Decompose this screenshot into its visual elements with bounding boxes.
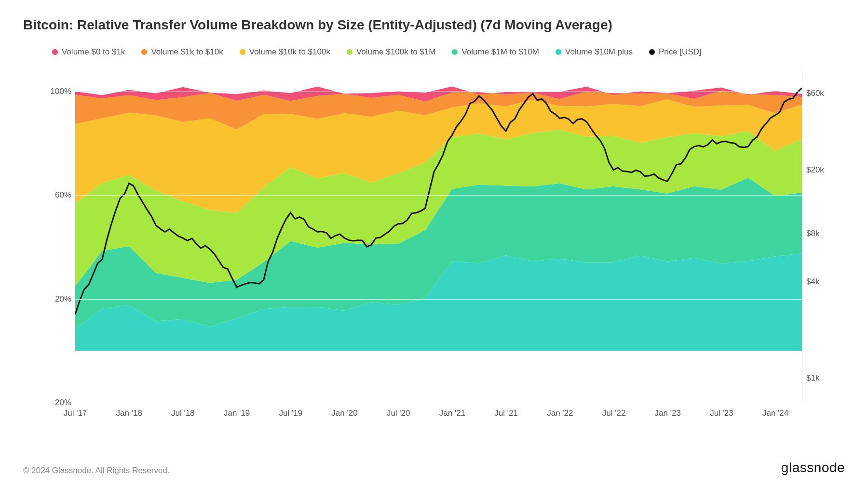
x-axis-tick: Jan '23	[655, 409, 681, 418]
legend-label: Volume $10M plus	[565, 47, 633, 57]
price-line	[75, 66, 802, 403]
legend-item[interactable]: Volume $0 to $1k	[52, 47, 125, 57]
x-axis-tick: Jul '18	[171, 409, 195, 418]
legend-swatch	[347, 49, 353, 55]
copyright: © 2024 Glassnode. All Rights Reserved.	[23, 466, 170, 475]
brand-logo: glassnode	[781, 460, 845, 475]
x-axis-tick: Jul '21	[494, 409, 518, 418]
x-axis-tick: Jan '19	[224, 409, 250, 418]
x-axis-tick: Jan '18	[116, 409, 142, 418]
x-axis-tick: Jan '24	[762, 409, 788, 418]
legend-item[interactable]: Volume $1k to $10k	[141, 47, 223, 57]
x-axis-tick: Jul '22	[602, 409, 626, 418]
legend-label: Volume $10k to $100k	[249, 47, 330, 57]
y-axis-right-tick: $1k	[806, 373, 845, 383]
x-axis-tick: Jan '20	[331, 409, 357, 418]
y-axis-right-tick: $60k	[806, 89, 845, 98]
legend-label: Volume $100k to $1M	[356, 47, 435, 57]
legend-label: Volume $1k to $10k	[151, 47, 223, 57]
legend-swatch	[556, 49, 561, 55]
legend-item[interactable]: Volume $100k to $1M	[347, 47, 435, 57]
legend-item[interactable]: Volume $10k to $100k	[240, 47, 330, 57]
legend-swatch	[649, 49, 655, 55]
x-axis-tick: Jul '17	[64, 409, 87, 418]
x-axis-tick: Jul '19	[279, 409, 303, 418]
y-axis-right-tick: $4k	[806, 277, 845, 287]
y-axis-right-tick: $20k	[806, 165, 845, 175]
legend-item[interactable]: Volume $1M to $10M	[452, 47, 539, 57]
legend-label: Price [USD]	[659, 47, 702, 57]
legend-swatch	[52, 49, 58, 55]
x-axis-tick: Jul '20	[387, 409, 410, 418]
x-axis-tick: Jan '22	[547, 409, 573, 418]
y-axis-right-tick: $8k	[806, 229, 845, 238]
x-axis-tick: Jul '23	[710, 409, 733, 418]
legend-item[interactable]: Volume $10M plus	[556, 47, 633, 57]
y-axis-left-tick: 20%	[23, 294, 71, 304]
y-axis-left-tick: 60%	[23, 190, 71, 200]
legend: Volume $0 to $1k Volume $1k to $10k Volu…	[23, 47, 845, 57]
chart-area[interactable]: -20%20%60%100%$1k$4k$8k$20k$60kJul '17Ja…	[23, 61, 845, 427]
y-axis-left-tick: 100%	[23, 87, 71, 96]
legend-swatch	[452, 49, 458, 55]
legend-label: Volume $0 to $1k	[62, 47, 125, 57]
legend-label: Volume $1M to $10M	[461, 47, 539, 57]
x-axis-tick: Jan '21	[439, 409, 465, 418]
chart-title: Bitcoin: Relative Transfer Volume Breakd…	[23, 17, 845, 33]
legend-swatch	[240, 49, 245, 55]
legend-item[interactable]: Price [USD]	[649, 47, 702, 57]
y-axis-left-tick: -20%	[23, 398, 71, 408]
legend-swatch	[141, 49, 147, 55]
plot-region[interactable]	[75, 66, 802, 403]
